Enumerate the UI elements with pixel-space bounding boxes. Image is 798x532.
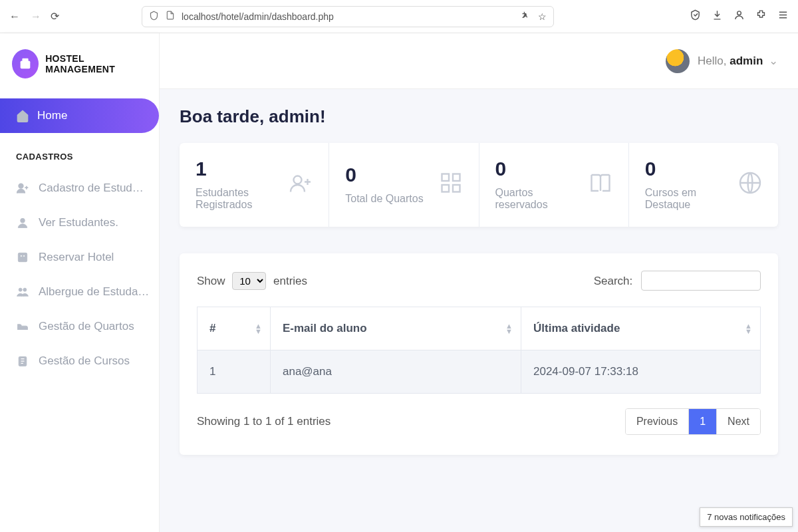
sidebar-item-label: Home — [37, 109, 67, 122]
stat-value: 0 — [345, 164, 423, 186]
svg-rect-6 — [21, 255, 23, 257]
page-length-select[interactable]: 10 — [232, 272, 266, 290]
shield-icon — [149, 11, 159, 23]
svg-rect-7 — [23, 255, 25, 257]
sort-icon: ▲▼ — [255, 323, 262, 334]
account-icon[interactable] — [733, 9, 745, 23]
svg-rect-5 — [18, 253, 27, 261]
page-button-1[interactable]: 1 — [688, 409, 716, 434]
chevron-down-icon: ⌄ — [769, 55, 778, 67]
table-search-control: Search: — [594, 271, 761, 291]
forward-button[interactable]: → — [31, 11, 41, 23]
sidebar-item-albergue-estudantes[interactable]: Albergue de Estuda… — [0, 275, 159, 309]
sidebar-item-ver-estudantes[interactable]: Ver Estudantes. — [0, 205, 159, 240]
column-header-activity[interactable]: Última atividade ▲▼ — [521, 307, 761, 350]
sidebar-item-label: Ver Estudantes. — [39, 216, 118, 229]
grid-icon — [439, 171, 463, 198]
pagination: Previous 1 Next — [625, 408, 761, 435]
sidebar-item-label: Gestão de Cursos — [39, 354, 130, 368]
svg-rect-2 — [22, 59, 28, 63]
cell-activity: 2024-09-07 17:33:18 — [521, 350, 761, 394]
stat-card-courses: 0 Cursos em Destaque — [629, 143, 778, 227]
sidebar-item-gestao-cursos[interactable]: Gestão de Cursos — [0, 344, 159, 378]
column-header-email[interactable]: E-mail do aluno ▲▼ — [271, 307, 521, 350]
brand-name: HOSTEL MANAGEMENT — [45, 53, 147, 74]
sidebar-item-cadastro-estudantes[interactable]: Cadastro de Estud… — [0, 171, 159, 205]
stat-cards: 1 Estudantes Registrados 0 Total de Quar… — [180, 143, 778, 227]
topbar: Hello, admin ⌄ — [160, 33, 798, 89]
svg-rect-12 — [442, 174, 449, 182]
students-table: # ▲▼ E-mail do aluno ▲▼ Última atividade… — [197, 307, 761, 394]
reload-button[interactable]: ⟳ — [51, 10, 59, 23]
svg-point-3 — [19, 184, 23, 188]
notification-toast[interactable]: 7 novas notificações — [700, 507, 793, 527]
cell-index: 1 — [198, 350, 271, 394]
stat-card-reserved: 0 Quartos reservados — [479, 143, 628, 227]
column-header-index[interactable]: # ▲▼ — [198, 307, 271, 350]
stat-value: 0 — [495, 158, 589, 180]
svg-point-8 — [19, 288, 22, 291]
svg-point-9 — [23, 288, 27, 291]
stat-label: Quartos reservados — [495, 187, 589, 211]
menu-icon[interactable] — [777, 9, 789, 23]
user-greeting[interactable]: Hello, admin ⌄ — [698, 54, 778, 68]
stat-label: Estudantes Registrados — [196, 187, 289, 211]
brand: HOSTEL MANAGEMENT — [0, 33, 159, 98]
stat-card-rooms: 0 Total de Quartos — [329, 143, 478, 227]
stat-card-students: 1 Estudantes Registrados — [180, 143, 329, 227]
back-button[interactable]: ← — [9, 11, 20, 23]
translate-icon[interactable] — [520, 10, 531, 23]
sort-icon: ▲▼ — [745, 323, 752, 334]
svg-point-4 — [21, 218, 25, 223]
cell-email: ana@ana — [271, 350, 521, 394]
url-text: localhost/hotel/admin/dashboard.php — [182, 11, 513, 22]
table-info: Showing 1 to 1 of 1 entries — [197, 415, 331, 428]
avatar[interactable] — [666, 49, 690, 73]
svg-point-0 — [737, 11, 741, 15]
sidebar-item-label: Cadastro de Estud… — [39, 182, 144, 195]
table-row: 1 ana@ana 2024-09-07 17:33:18 — [198, 350, 761, 394]
globe-icon — [738, 171, 762, 198]
sidebar-section-label: CADASTROS — [0, 133, 159, 171]
svg-rect-14 — [442, 185, 449, 192]
browser-toolbar: ← → ⟳ localhost/hotel/admin/dashboard.ph… — [0, 0, 798, 33]
svg-point-11 — [294, 176, 302, 184]
address-bar[interactable]: localhost/hotel/admin/dashboard.php ☆ — [142, 6, 554, 27]
stat-label: Cursos em Destaque — [645, 187, 738, 211]
prev-button[interactable]: Previous — [626, 409, 688, 434]
search-input[interactable] — [641, 271, 761, 291]
sort-icon: ▲▼ — [505, 323, 513, 334]
sidebar-item-gestao-quartos[interactable]: Gestão de Quartos — [0, 309, 159, 344]
stat-value: 1 — [196, 158, 289, 180]
sidebar: HOSTEL MANAGEMENT Home CADASTROS Cadastr… — [0, 33, 160, 532]
user-plus-icon — [289, 171, 313, 198]
downloads-icon[interactable] — [712, 9, 723, 23]
stat-label: Total de Quartos — [345, 193, 423, 205]
svg-rect-13 — [453, 174, 460, 182]
sidebar-item-label: Gestão de Quartos — [39, 320, 134, 333]
pocket-icon[interactable] — [690, 9, 701, 23]
table-length-control: Show 10 entries — [197, 272, 307, 290]
page-title: Boa tarde, admin! — [180, 106, 778, 127]
sidebar-item-label: Albergue de Estuda… — [39, 285, 149, 299]
extensions-icon[interactable] — [755, 9, 767, 23]
sidebar-item-home[interactable]: Home — [0, 98, 159, 133]
bookmark-star-icon[interactable]: ☆ — [538, 11, 547, 22]
book-icon — [589, 171, 612, 198]
stat-value: 0 — [645, 158, 738, 180]
brand-logo-icon — [12, 49, 39, 78]
data-table-panel: Show 10 entries Search: — [180, 253, 778, 455]
page-icon — [166, 11, 175, 22]
svg-rect-15 — [453, 185, 460, 192]
sidebar-item-reservar-hotel[interactable]: Reservar Hotel — [0, 240, 159, 275]
next-button[interactable]: Next — [716, 409, 760, 434]
sidebar-item-label: Reservar Hotel — [39, 251, 114, 264]
